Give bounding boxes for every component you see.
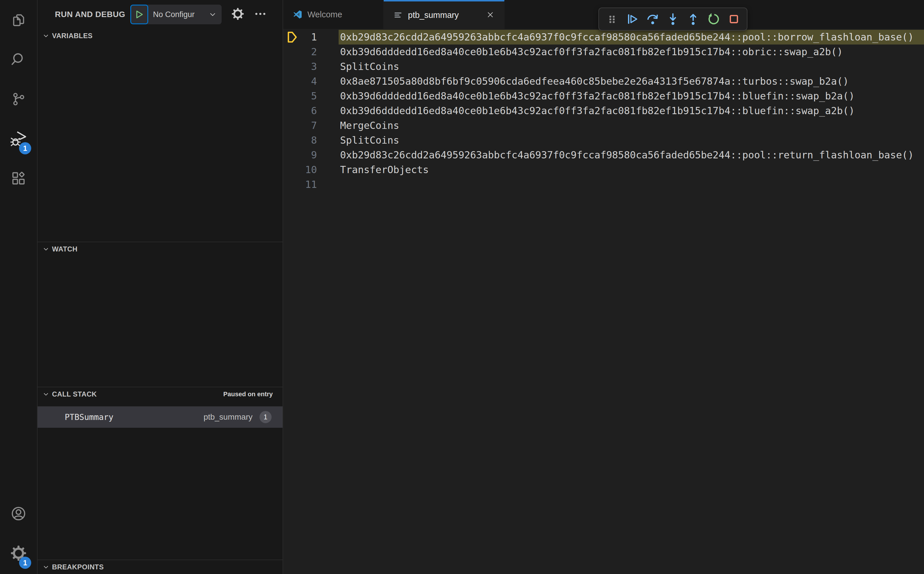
code-line[interactable]: 50xb39d6dddedd16ed8a40ce0b1e6b43c92acf0f… (283, 89, 924, 104)
watch-section-header[interactable]: WATCH (38, 242, 283, 256)
breakpoints-section-header[interactable]: BREAKPOINTS (38, 560, 283, 574)
line-text: 0xb39d6dddedd16ed8a40ce0b1e6b43c92acf0ff… (338, 44, 924, 59)
source-control-icon (10, 91, 27, 107)
debug-config-dropdown[interactable]: No Configur (147, 5, 222, 24)
chevron-down-icon (209, 11, 216, 18)
line-number: 9 (283, 148, 338, 162)
call-stack-frame-row[interactable]: PTBSummary ptb_summary 1 (38, 406, 283, 428)
gear-icon (231, 8, 244, 20)
debug-toolbar (598, 8, 748, 31)
stop-button[interactable] (727, 12, 741, 26)
line-text: TransferObjects (338, 162, 924, 177)
breakpoints-label: BREAKPOINTS (52, 563, 104, 571)
step-over-icon (646, 13, 660, 26)
continue-button[interactable] (625, 12, 639, 26)
sidebar-header: RUN AND DEBUG No Configur (38, 0, 283, 29)
editor-group: Welcome ptb_summary 1 0xb29d83c26cdd2a64… (283, 0, 924, 574)
activity-item-source-control[interactable] (0, 79, 37, 119)
code-editor[interactable]: 1 0xb29d83c26cdd2a64959263abbcfc4a6937f0… (283, 29, 924, 574)
step-into-button[interactable] (666, 12, 680, 26)
activity-item-accounts[interactable] (0, 494, 37, 533)
list-file-icon (394, 11, 403, 20)
line-text: 0xb39d6dddedd16ed8a40ce0b1e6b43c92acf0ff… (338, 104, 924, 118)
line-text: SplitCoins (338, 59, 924, 74)
line-number: 10 (283, 162, 338, 177)
code-line[interactable]: 10TransferObjects (283, 162, 924, 177)
vscode-logo-icon (293, 10, 302, 19)
code-line[interactable]: 20xb39d6dddedd16ed8a40ce0b1e6b43c92acf0f… (283, 44, 924, 59)
code-line[interactable]: 60xb39d6dddedd16ed8a40ce0b1e6b43c92acf0f… (283, 104, 924, 118)
code-line[interactable]: 1 0xb29d83c26cdd2a64959263abbcfc4a6937f0… (283, 30, 924, 44)
call-stack-section: CALL STACK Paused on entry PTBSummary pt… (38, 387, 283, 560)
debug-config-label: No Configur (153, 10, 194, 19)
search-icon (10, 52, 27, 68)
line-number: 7 (283, 118, 338, 133)
watch-label: WATCH (52, 245, 77, 253)
tab-welcome-label: Welcome (307, 10, 342, 19)
settings-badge: 1 (19, 557, 31, 569)
line-text: MergeCoins (338, 118, 924, 133)
toolbar-drag-handle[interactable] (605, 12, 619, 26)
restart-icon (707, 13, 720, 26)
breakpoints-section: BREAKPOINTS (38, 560, 283, 574)
line-text: SplitCoins (338, 133, 924, 148)
line-number: 4 (283, 74, 338, 89)
debug-badge: 1 (19, 142, 31, 155)
code-line[interactable]: 11 (283, 177, 924, 192)
files-icon (10, 12, 27, 28)
line-number: 2 (283, 44, 338, 59)
debug-settings-button[interactable] (231, 8, 244, 21)
activity-item-extensions[interactable] (0, 158, 37, 198)
more-actions-button[interactable] (254, 8, 267, 21)
frame-file: ptb_summary (203, 412, 252, 422)
activity-item-run-and-debug[interactable]: 1 (0, 119, 37, 158)
line-text: 0xb39d6dddedd16ed8a40ce0b1e6b43c92acf0ff… (338, 89, 924, 104)
step-out-button[interactable] (686, 12, 700, 26)
frame-count-badge: 1 (260, 411, 272, 423)
watch-section: WATCH (38, 241, 283, 387)
activity-item-settings[interactable]: 1 (0, 533, 37, 573)
restart-button[interactable] (707, 12, 721, 26)
code-line[interactable]: 90xb29d83c26cdd2a64959263abbcfc4a6937f0c… (283, 148, 924, 162)
line-text: 0xb29d83c26cdd2a64959263abbcfc4a6937f0c9… (338, 148, 924, 162)
ellipsis-icon (254, 8, 267, 20)
run-and-debug-sidebar: RUN AND DEBUG No Configur VARIABLES WATC… (38, 0, 283, 574)
variables-section-header[interactable]: VARIABLES (38, 29, 283, 43)
code-line[interactable]: 40x8ae871505a80d8bf6bf9c05906cda6edfeea4… (283, 74, 924, 89)
extensions-icon (10, 170, 27, 186)
line-number: 11 (283, 177, 338, 192)
line-number: 8 (283, 133, 338, 148)
gripper-icon (605, 13, 619, 26)
line-text: 0x8ae871505a80d8bf6bf9c05906cda6edfeea46… (338, 74, 924, 89)
current-stackframe-arrow-icon (287, 31, 298, 43)
frame-name: PTBSummary (65, 412, 113, 422)
close-tab-button[interactable] (486, 11, 494, 20)
line-number: 6 (283, 104, 338, 118)
chevron-down-icon (43, 564, 49, 570)
code-line[interactable]: 7MergeCoins (283, 118, 924, 133)
activity-item-explorer[interactable] (0, 0, 37, 39)
start-debugging-button[interactable] (130, 5, 148, 24)
continue-icon (625, 13, 639, 26)
stop-icon (727, 13, 741, 26)
step-over-button[interactable] (645, 12, 660, 26)
activity-item-search[interactable] (0, 39, 37, 79)
step-out-icon (686, 13, 700, 26)
code-line[interactable]: 3SplitCoins (283, 59, 924, 74)
tab-ptb-summary[interactable]: ptb_summary (384, 0, 504, 29)
chevron-down-icon (43, 391, 49, 397)
activity-bar-bottom: 1 (0, 494, 37, 574)
variables-section: VARIABLES (38, 29, 283, 241)
code-line[interactable]: 8SplitCoins (283, 133, 924, 148)
sidebar-title: RUN AND DEBUG (55, 10, 125, 19)
vscode-window: 1 1 RUN AND DEBUG No Configur (0, 0, 924, 574)
tab-welcome[interactable]: Welcome (283, 0, 384, 29)
call-stack-section-header[interactable]: CALL STACK Paused on entry (38, 387, 283, 401)
call-stack-label: CALL STACK (52, 390, 97, 398)
tab-ptb-summary-label: ptb_summary (408, 10, 459, 20)
debug-config-group: No Configur (130, 5, 222, 24)
line-text: 0xb29d83c26cdd2a64959263abbcfc4a6937f0c9… (338, 30, 924, 44)
chevron-down-icon (43, 33, 49, 39)
close-icon (486, 11, 494, 19)
step-into-icon (666, 13, 680, 26)
